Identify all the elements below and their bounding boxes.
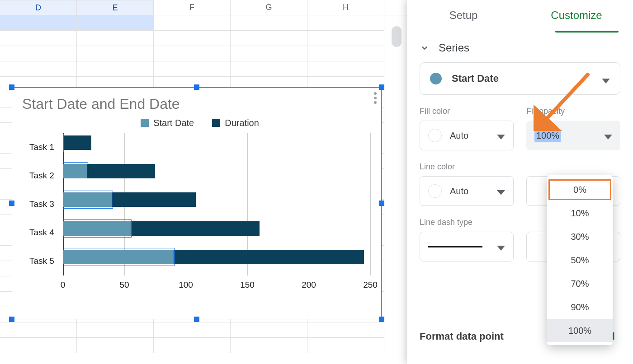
col-header-H[interactable]: H bbox=[307, 0, 384, 15]
fill-opacity-value: 100% bbox=[534, 130, 561, 142]
x-axis-tick-label: 150 bbox=[240, 280, 255, 290]
bar-row bbox=[63, 161, 373, 190]
bar-duration[interactable] bbox=[131, 221, 260, 236]
caret-down-icon bbox=[497, 243, 505, 251]
y-axis-category-label: Task 4 bbox=[29, 228, 63, 238]
opacity-option[interactable]: 90% bbox=[547, 295, 613, 319]
col-header-D[interactable]: D bbox=[0, 0, 77, 15]
panel-tabs: Setup Customize bbox=[407, 0, 633, 31]
caret-down-icon bbox=[497, 131, 505, 140]
series-selection-outline bbox=[63, 191, 113, 209]
vertical-scrollbar-thumb[interactable] bbox=[392, 26, 402, 47]
col-header-E[interactable]: E bbox=[77, 0, 154, 15]
col-header-G[interactable]: G bbox=[231, 0, 307, 15]
bar-duration[interactable] bbox=[112, 192, 196, 207]
tab-customize[interactable]: Customize bbox=[520, 9, 633, 22]
format-data-point-label: Format data point bbox=[420, 331, 504, 342]
series-selection-outline bbox=[63, 248, 175, 266]
x-axis-tick-label: 100 bbox=[179, 280, 193, 290]
label-fill-opacity: Fill opacity bbox=[526, 107, 620, 116]
series-name: Start Date bbox=[452, 73, 499, 84]
series-color-dot bbox=[430, 73, 442, 84]
caret-down-icon bbox=[497, 187, 505, 195]
bar-row bbox=[63, 219, 373, 247]
chevron-down-icon bbox=[420, 43, 430, 53]
fill-opacity-listbox[interactable]: 0%10%30%50%70%90%100% bbox=[547, 175, 613, 345]
line-color-value: Auto bbox=[450, 186, 468, 196]
fill-color-value: Auto bbox=[450, 131, 468, 141]
resize-handle[interactable] bbox=[379, 84, 384, 90]
plot-area: 050100150200250Task 1Task 2Task 3Task 4T… bbox=[22, 133, 378, 292]
y-axis-category-label: Task 1 bbox=[29, 142, 63, 152]
x-axis-tick-label: 200 bbox=[302, 280, 316, 290]
y-axis-category-label: Task 3 bbox=[29, 199, 63, 209]
bar-duration[interactable] bbox=[174, 250, 364, 264]
series-selection-outline bbox=[63, 162, 88, 180]
bar-duration[interactable] bbox=[63, 135, 91, 150]
spreadsheet-grid[interactable]: D E F G H bbox=[0, 0, 407, 364]
color-swatch-icon bbox=[428, 184, 442, 198]
section-series-header[interactable]: Series bbox=[420, 37, 620, 62]
label-line-dash: Line dash type bbox=[420, 218, 514, 227]
series-selection-outline bbox=[63, 219, 132, 238]
opacity-option[interactable]: 10% bbox=[547, 201, 613, 225]
color-swatch-icon bbox=[428, 129, 442, 142]
opacity-option[interactable]: 50% bbox=[547, 248, 613, 272]
bar-row bbox=[63, 133, 373, 161]
x-axis-tick-label: 0 bbox=[61, 280, 66, 290]
chart-editor-panel: Setup Customize Series Start Date Fill c… bbox=[407, 0, 633, 364]
opacity-option[interactable]: 70% bbox=[547, 272, 613, 295]
y-axis-category-label: Task 5 bbox=[29, 256, 63, 266]
line-color-dropdown[interactable]: Auto bbox=[420, 176, 514, 206]
column-headers-row: D E F G H bbox=[0, 0, 407, 15]
resize-handle[interactable] bbox=[379, 317, 384, 322]
opacity-option[interactable]: 30% bbox=[547, 225, 613, 248]
legend-swatch-start bbox=[141, 119, 149, 127]
chart-title[interactable]: Start Date and End Date bbox=[22, 96, 378, 112]
opacity-option[interactable]: 0% bbox=[547, 178, 613, 201]
legend-swatch-duration bbox=[212, 119, 220, 127]
resize-handle[interactable] bbox=[379, 201, 384, 206]
line-dash-dropdown[interactable] bbox=[420, 232, 514, 261]
fill-color-dropdown[interactable]: Auto bbox=[420, 121, 514, 150]
tab-setup[interactable]: Setup bbox=[407, 9, 520, 22]
label-line-color: Line color bbox=[420, 162, 514, 172]
section-title: Series bbox=[439, 42, 469, 54]
x-axis-tick-label: 250 bbox=[363, 280, 378, 290]
resize-handle[interactable] bbox=[9, 317, 14, 322]
chart-area: Start Date and End Date Start Date Durat… bbox=[22, 96, 378, 311]
bar-duration[interactable] bbox=[87, 164, 155, 178]
label-fill-color: Fill color bbox=[420, 107, 514, 116]
bar-row bbox=[63, 247, 373, 275]
fill-opacity-dropdown[interactable]: 100% bbox=[526, 121, 620, 150]
dash-preview-icon bbox=[428, 246, 482, 247]
legend-label: Duration bbox=[225, 118, 259, 128]
resize-handle[interactable] bbox=[194, 317, 199, 322]
x-axis-tick-label: 50 bbox=[119, 280, 129, 290]
caret-down-icon bbox=[602, 75, 610, 83]
series-selection-outline bbox=[63, 134, 64, 152]
y-axis-category-label: Task 2 bbox=[29, 171, 63, 181]
series-select-dropdown[interactable]: Start Date bbox=[420, 62, 620, 95]
caret-down-icon bbox=[604, 131, 612, 140]
resize-handle[interactable] bbox=[194, 84, 199, 90]
legend-label: Start Date bbox=[153, 118, 194, 128]
opacity-option[interactable]: 100% bbox=[547, 319, 613, 342]
col-header-F[interactable]: F bbox=[154, 0, 231, 15]
chart-object[interactable]: Start Date and End Date Start Date Durat… bbox=[12, 87, 382, 319]
resize-handle[interactable] bbox=[9, 84, 14, 90]
resize-handle[interactable] bbox=[9, 201, 14, 206]
chart-legend[interactable]: Start Date Duration bbox=[22, 118, 378, 128]
bar-row bbox=[63, 190, 373, 218]
